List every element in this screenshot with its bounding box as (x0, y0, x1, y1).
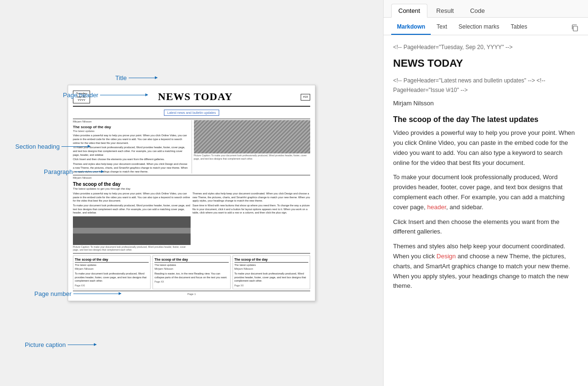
sub-tab-text[interactable]: Text (431, 21, 453, 35)
annotation-page-number: Page number (34, 290, 121, 297)
md-link-header[interactable]: header (427, 203, 446, 211)
doc-issue-box: #10 (301, 94, 310, 101)
md-comment-2: <!-- PageHeader="Latest news and bulleti… (393, 76, 578, 94)
doc-para-3: Click Insert and then choose the element… (73, 158, 190, 162)
doc-page-num-1: Page XXI (75, 284, 149, 287)
sub-tab-markdown[interactable]: Markdown (391, 21, 431, 35)
doc-divider-1 (73, 119, 310, 119)
md-h1: NEWS TODAY (393, 55, 578, 71)
doc-subtitle: Latest news and bulletin updates (164, 110, 219, 116)
doc-bottom-heading-3: The scoop of the day (234, 257, 308, 263)
doc-section-subheading-2: The latest updates to get you through th… (73, 187, 310, 191)
doc-bottom-heading-2: The scoop of the day (154, 257, 228, 263)
annotation-section-heading: Section heading (15, 143, 90, 150)
doc-image-cars (73, 216, 191, 245)
md-p2: To make your document look professionall… (393, 173, 578, 212)
document-container: Title Page header Section heading Paragr… (68, 85, 315, 301)
md-p1: Video provides a powerful way to help yo… (393, 128, 578, 168)
doc-image-caption-2: Picture Caption: To make your document l… (73, 245, 191, 252)
doc-divider-2 (73, 175, 310, 175)
doc-page-num-2: Page XX (154, 280, 228, 284)
md-h2: The scoop of the day The latest updates (393, 113, 578, 126)
tab-code[interactable]: Code (463, 4, 492, 17)
svg-rect-0 (573, 26, 578, 31)
doc-bottom-col-3: The scoop of the day The latest updates … (233, 255, 310, 289)
doc-image-zebra (194, 120, 311, 153)
doc-author-2: Mirjam Nilsson (73, 176, 310, 180)
doc-col1-para1: Video provides a powerful way to help yo… (73, 192, 191, 203)
annotation-paragraph: Paragraph (44, 168, 103, 175)
doc-para-1: Video provides a powerful way to help yo… (73, 134, 190, 145)
annotation-page-header: Page header (63, 91, 148, 99)
doc-image-caption-1: Picture Caption: To make your document l… (194, 154, 311, 160)
md-comment-1: <!-- PageHeader="Tuesday, Sep 20, YYYY" … (393, 43, 578, 52)
copy-icon[interactable] (569, 23, 580, 34)
annotation-title: Title (115, 74, 157, 81)
tab-content[interactable]: Content (391, 4, 427, 18)
main-tabs-row: Content Result Code (384, 0, 588, 18)
doc-col2-para2: Save time in Word with new buttons that … (193, 204, 310, 215)
doc-bottom-author-3: Mirjam Nilsson (234, 267, 308, 271)
doc-col1-para2: To make your document look professionall… (73, 204, 191, 215)
md-link-design[interactable]: Design (436, 253, 456, 260)
md-p3: Click Insert and then choose the element… (393, 217, 578, 237)
sub-tabs-row: Markdown Text Selection marks Tables (384, 18, 588, 35)
doc-bottom-subheading-1: The latest updates (75, 264, 149, 267)
doc-bottom-author-2: Mirjam Nilsson (154, 267, 228, 271)
doc-page-num-3: Page XX (234, 284, 308, 287)
doc-col2-para1: Themes and styles also help keep your do… (193, 192, 310, 203)
document-page: Tuesday Sep 20, YYYY NEWS TODAY #10 Late… (68, 85, 315, 301)
doc-divider-3 (73, 253, 310, 254)
left-panel: Title Page header Section heading Paragr… (0, 0, 383, 386)
md-p4: Themes and styles also help keep your do… (393, 242, 578, 291)
doc-bottom-para-3: To make your document look professionall… (234, 272, 308, 283)
doc-bottom-subheading-3: The latest updates (234, 264, 308, 267)
md-author: Mirjam Nilsson (393, 99, 578, 109)
tab-result[interactable]: Result (429, 4, 461, 17)
sub-tab-tables[interactable]: Tables (505, 21, 533, 35)
doc-subtitle-row: Latest news and bulletin updates (73, 109, 310, 117)
doc-bottom-subheading-2: The latest updates (154, 264, 228, 267)
doc-section-heading-2: The scoop of the day (73, 181, 310, 187)
doc-bottom-row: The scoop of the day The latest updates … (73, 255, 310, 289)
doc-bottom-para-1: To make your document look professionall… (75, 272, 149, 283)
doc-bottom-para-2: Reading is easier, too, in the new Readi… (154, 272, 228, 279)
doc-bottom-col-1: The scoop of the day The latest updates … (73, 255, 151, 289)
doc-bottom-col-2: The scoop of the day The latest updates … (152, 255, 230, 289)
right-panel: Content Result Code Markdown Text Select… (383, 0, 588, 386)
annotation-picture-caption: Picture caption (25, 341, 96, 348)
content-area[interactable]: <!-- PageHeader="Tuesday, Sep 20, YYYY" … (384, 35, 588, 386)
doc-bottom-author-1: Mirjam Nilsson (75, 267, 149, 271)
doc-author-1: Mirjam Nilsson (73, 120, 190, 124)
doc-section-subheading-1: The latest updates (73, 130, 190, 133)
doc-section-heading-1: The scoop of the day (73, 125, 190, 130)
sub-tab-selection-marks[interactable]: Selection marks (453, 21, 505, 35)
doc-bottom-heading-1: The scoop of the day (75, 257, 149, 263)
